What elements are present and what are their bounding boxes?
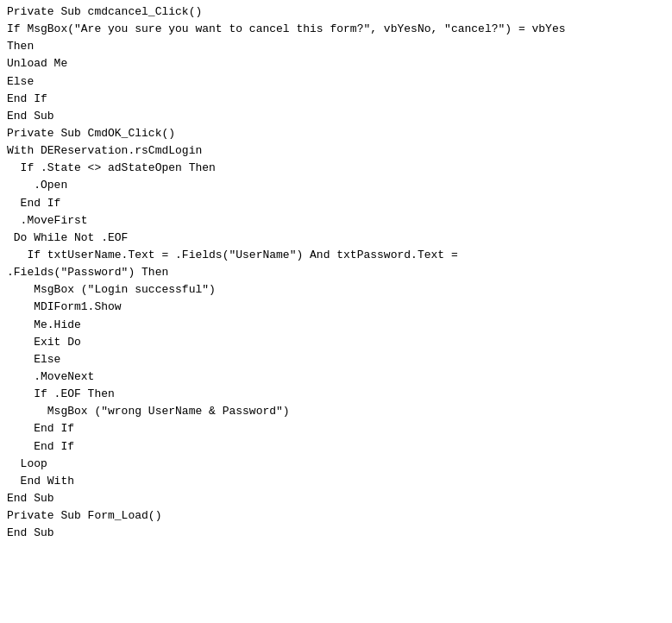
code-line: Else: [7, 73, 665, 91]
code-line: If MsgBox("Are you sure you want to canc…: [7, 21, 665, 38]
code-line: Else: [7, 351, 665, 368]
code-line: End Sub: [7, 108, 665, 125]
code-line: If txtUserName.Text = .Fields("UserName"…: [7, 247, 665, 264]
code-line: If .EOF Then: [7, 386, 665, 403]
code-line: Private Sub CmdOK_Click(): [7, 125, 665, 142]
code-line: If .State <> adStateOpen Then: [7, 160, 665, 177]
code-line: MsgBox ("Login successful"): [7, 281, 665, 299]
code-line: End If: [7, 420, 665, 437]
code-line: End Sub: [7, 525, 665, 542]
code-line: End Sub: [7, 490, 665, 507]
code-line: Then: [7, 38, 665, 55]
code-line: .Open: [7, 177, 665, 194]
code-line: End If: [7, 91, 665, 108]
code-line: MsgBox ("wrong UserName & Password"): [7, 403, 665, 420]
code-line: End With: [7, 473, 665, 490]
code-line: Do While Not .EOF: [7, 230, 665, 247]
code-line: .Fields("Password") Then: [7, 264, 665, 281]
code-line: End If: [7, 438, 665, 456]
code-line: Private Sub Form_Load(): [7, 507, 665, 525]
code-line: .MoveNext: [7, 368, 665, 386]
code-line: Loop: [7, 456, 665, 473]
code-line: Exit Do: [7, 334, 665, 351]
code-line: With DEReservation.rsCmdLogin: [7, 142, 665, 160]
code-line: Me.Hide: [7, 317, 665, 334]
code-line: Unload Me: [7, 55, 665, 72]
code-line: Private Sub cmdcancel_Click(): [7, 3, 665, 21]
code-line: End If: [7, 195, 665, 212]
code-line: .MoveFirst: [7, 212, 665, 230]
code-line: MDIForm1.Show: [7, 299, 665, 316]
code-editor: Private Sub cmdcancel_Click()If MsgBox("…: [0, 0, 672, 545]
